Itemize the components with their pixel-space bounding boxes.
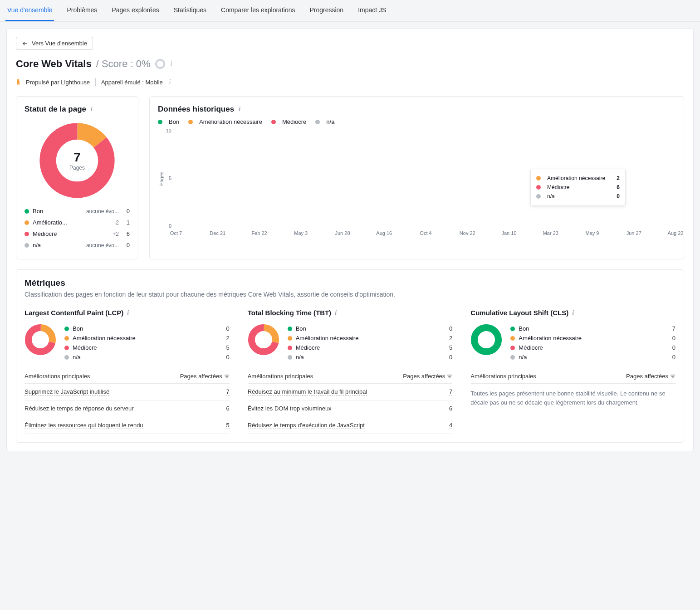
improvement-link[interactable]: Éliminez les ressources qui bloquent le … [24, 422, 143, 429]
dot-icon [536, 185, 541, 190]
history-card: Données historiquesi BonAmélioration néc… [149, 96, 684, 259]
hist-legend-item[interactable]: Amélioration nécessaire [188, 118, 262, 125]
legend-name: Bon [33, 208, 81, 215]
dot-icon [64, 346, 69, 350]
improvement-link[interactable]: Évitez les DOM trop volumineux [248, 405, 332, 412]
hist-legend-item[interactable]: Bon [158, 118, 179, 125]
improvement-link[interactable]: Réduisez le temps de réponse du serveur [24, 405, 134, 412]
pages-head[interactable]: Pages affectées [180, 373, 230, 380]
improvement-count[interactable]: 6 [226, 405, 229, 412]
metric-legend-name: Médiocre [73, 344, 220, 351]
improvements-header: Améliorations principales Pages affectée… [248, 368, 453, 384]
metric-legend-row[interactable]: n/a 0 [510, 352, 676, 362]
info-icon[interactable]: i [90, 106, 93, 113]
info-icon[interactable]: i [571, 309, 574, 317]
metric-legend-value: 5 [220, 344, 230, 351]
legend-row[interactable]: Médiocre +2 6 [24, 228, 130, 239]
title-row: Core Web Vitals / Score : 0% i [16, 58, 684, 70]
tab-vue-d-ensemble[interactable]: Vue d'ensemble [5, 0, 54, 21]
legend-row[interactable]: n/a aucune évo... 0 [24, 239, 130, 251]
improvement-count[interactable]: 7 [226, 388, 229, 395]
metric-legend-row[interactable]: n/a 0 [64, 352, 230, 362]
x-tick: May 3 [294, 230, 308, 236]
x-tick: Aug 16 [376, 230, 392, 236]
metric-legend-row[interactable]: n/a 0 [288, 352, 453, 362]
tab-progression[interactable]: Progression [308, 0, 345, 21]
legend-name: Amélioratio... [33, 219, 81, 226]
legend-row[interactable]: Bon aucune évo... 0 [24, 205, 130, 217]
donut-label: Pages [69, 165, 85, 171]
dot-icon [158, 120, 162, 124]
metric-legend-row[interactable]: Bon 7 [510, 324, 676, 333]
y-axis: 0510 [158, 131, 173, 226]
metric-legend-value: 7 [666, 325, 676, 332]
dot-icon [288, 355, 292, 360]
tab-probl-mes[interactable]: Problèmes [65, 0, 99, 21]
score-text: / Score : 0% [96, 58, 151, 70]
metric-legend-name: Bon [296, 325, 444, 332]
info-icon[interactable]: i [126, 309, 129, 317]
metric-note: Toutes les pages présentent une bonne st… [470, 389, 676, 407]
status-donut: 7 Pages [39, 122, 116, 199]
dot-icon [64, 336, 69, 341]
improvement-row: Supprimez le JavaScript inutilisé 7 [24, 384, 230, 400]
history-title: Données historiquesi [158, 105, 676, 114]
x-tick: Aug 22 [668, 230, 684, 236]
improvement-count[interactable]: 5 [226, 422, 229, 429]
tab-impact-js[interactable]: Impact JS [356, 0, 388, 21]
hist-legend-item[interactable]: Médiocre [271, 118, 306, 125]
metric-legend-row[interactable]: Bon 0 [288, 324, 453, 333]
info-icon[interactable]: i [168, 78, 171, 86]
x-axis: Oct 7Dec 21Feb 22May 3Jun 28Aug 16Oct 4N… [176, 228, 676, 239]
pages-head[interactable]: Pages affectées [626, 373, 676, 380]
metric-legend-name: Médiocre [296, 344, 444, 351]
metric-column: Total Blocking Time (TBT) i Bon 0 Amélio… [248, 309, 453, 434]
chart-tooltip: Amélioration nécessaire2Médiocre6n/a0 [530, 169, 626, 206]
dot-icon [288, 327, 292, 331]
hist-legend-item[interactable]: n/a [315, 118, 334, 125]
metric-legend-value: 5 [443, 344, 452, 351]
legend-value: 0 [122, 208, 130, 215]
metric-legend-row[interactable]: Médiocre 5 [288, 343, 453, 352]
metric-legend-row[interactable]: Médiocre 0 [510, 343, 676, 352]
dot-icon [64, 355, 69, 360]
info-icon[interactable]: i [170, 60, 172, 68]
x-tick: Oct 7 [170, 230, 182, 236]
dot-icon [536, 194, 541, 199]
info-icon[interactable]: i [238, 106, 240, 113]
metric-legend-row[interactable]: Amélioration nécessaire 2 [288, 333, 453, 343]
legend-row[interactable]: Amélioratio... -2 1 [24, 217, 130, 228]
x-tick: Jun 27 [627, 230, 641, 236]
improvement-row: Réduisez le temps d'exécution de JavaScr… [248, 417, 453, 434]
tab-statistiques[interactable]: Statistiques [172, 0, 208, 21]
tooltip-label: Médiocre [547, 184, 569, 190]
pages-head[interactable]: Pages affectées [403, 373, 452, 380]
tab-pages-explor-es[interactable]: Pages explorées [110, 0, 161, 21]
improvement-row: Éliminez les ressources qui bloquent le … [24, 417, 230, 434]
metric-legend-row[interactable]: Amélioration nécessaire 2 [64, 333, 230, 343]
metric-legend-row[interactable]: Bon 0 [64, 324, 230, 333]
back-button[interactable]: Vers Vue d'ensemble [16, 37, 93, 50]
sort-icon [224, 374, 230, 379]
history-title-text: Données historiques [158, 105, 234, 114]
improvement-count[interactable]: 6 [449, 405, 452, 412]
metric-legend-value: 0 [220, 325, 230, 332]
improvement-link[interactable]: Supprimez le JavaScript inutilisé [24, 388, 109, 395]
tab-comparer-les-explorations[interactable]: Comparer les explorations [219, 0, 297, 21]
improvement-count[interactable]: 4 [449, 422, 452, 429]
improvement-link[interactable]: Réduisez au minimum le travail du fil pr… [248, 388, 367, 395]
improvement-link[interactable]: Réduisez le temps d'exécution de JavaScr… [248, 422, 365, 429]
improvement-count[interactable]: 7 [449, 388, 452, 395]
info-icon[interactable]: i [334, 309, 337, 317]
powered-label: Propulsé par Lighthouse [26, 79, 90, 86]
improvement-row: Réduisez le temps de réponse du serveur … [24, 400, 230, 417]
y-tick: 5 [169, 176, 171, 181]
x-tick: Jan 10 [501, 230, 516, 236]
legend-delta: -2 [81, 220, 122, 226]
legend-delta: aucune évo... [81, 208, 122, 215]
metric-legend-row[interactable]: Amélioration nécessaire 0 [510, 333, 676, 343]
dot-icon [24, 243, 29, 248]
metric-legend-row[interactable]: Médiocre 5 [64, 343, 230, 352]
metric-column: Cumulative Layout Shift (CLS) i Bon 7 Am… [470, 309, 676, 434]
improvements-header: Améliorations principales Pages affectée… [470, 368, 676, 384]
